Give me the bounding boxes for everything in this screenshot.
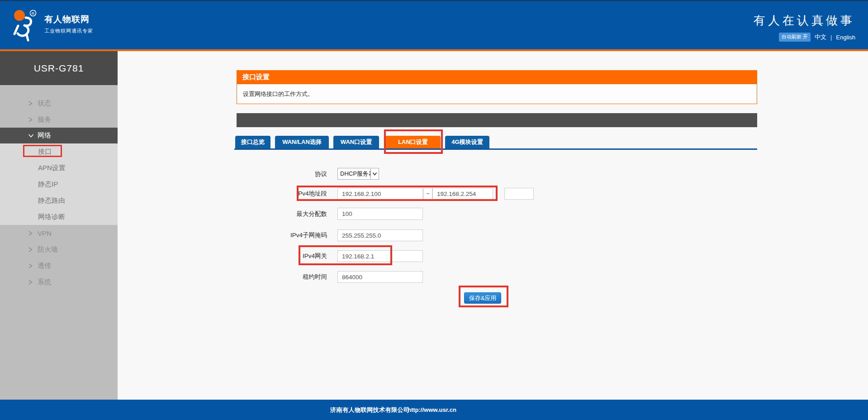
sidebar-item-vpn[interactable]: VPN <box>0 225 118 241</box>
tab-wan-lan-select[interactable]: WAN/LAN选择 <box>275 136 329 148</box>
max-leases-input[interactable] <box>337 208 423 220</box>
save-apply-button[interactable]: 保存&应用 <box>464 292 501 304</box>
sidebar-subitem-apn[interactable]: APN设置 <box>0 160 118 176</box>
protocol-label: 协议 <box>253 168 327 180</box>
sidebar-item-label: 防火墙 <box>38 245 58 254</box>
sidebar-subitem-diagnostics[interactable]: 网络诊断 <box>0 209 118 225</box>
protocol-select[interactable]: DHCP服务器 <box>337 168 379 180</box>
sidebar-item-label: 系统 <box>38 278 51 286</box>
sidebar-item-system[interactable]: 系统 <box>0 274 118 290</box>
sidebar: USR-G781 状态 服务 网络 接口 APN设置 静态IP 静态路由 网络诊… <box>0 51 118 400</box>
panel-description-box: 设置网络接口的工作方式。 <box>237 84 757 104</box>
chevron-right-icon <box>28 117 38 123</box>
sidebar-item-status[interactable]: 状态 <box>0 95 118 111</box>
lang-chinese-link[interactable]: 中文 <box>815 33 826 41</box>
brand-name: 有人物联网 <box>44 14 90 25</box>
ipv4-range-label: IPv4地址段 <box>253 188 327 200</box>
sidebar-item-services[interactable]: 服务 <box>0 111 118 128</box>
sidebar-item-firewall[interactable]: 防火墙 <box>0 241 118 258</box>
header-utility-row: 自动刷新 开 中文 | English <box>779 33 855 41</box>
header-banner: R 有人物联网 工业物联网通讯专家 有人在认真做事 自动刷新 开 中文 | En… <box>0 1 868 49</box>
chevron-down-icon <box>28 133 38 138</box>
svg-text:R: R <box>32 11 35 16</box>
sidebar-menu: 状态 服务 网络 接口 APN设置 静态IP 静态路由 网络诊断 VPN <box>0 85 118 290</box>
sidebar-item-network[interactable]: 网络 <box>0 128 118 143</box>
footer-company-name: 济南有人物联网技术有限公司 <box>330 400 410 420</box>
chevron-right-icon <box>28 100 38 106</box>
usr-logo-icon: R <box>12 8 38 45</box>
ipv4-range-start-input[interactable] <box>337 188 423 200</box>
sidebar-item-label: 状态 <box>38 99 51 108</box>
sidebar-subitem-interface[interactable]: 接口 <box>0 143 118 160</box>
sidebar-subitem-static-ip[interactable]: 静态IP <box>0 176 118 192</box>
sidebar-item-label: 网络 <box>38 131 51 140</box>
chevron-right-icon <box>28 279 38 285</box>
page-title: 接口设置 <box>242 73 270 81</box>
gateway-label: IPv4网关 <box>253 250 327 262</box>
tab-bar: 接口总览 WAN/LAN选择 WAN口设置 LAN口设置 4G模块设置 <box>234 136 757 150</box>
sidebar-item-label: 服务 <box>38 115 51 124</box>
tab-lan-settings[interactable]: LAN口设置 <box>385 136 441 148</box>
ipv4-range-end-input[interactable] <box>432 188 493 200</box>
tab-4g-module-settings[interactable]: 4G模块设置 <box>445 136 489 148</box>
tab-interface-overview[interactable]: 接口总览 <box>235 136 270 148</box>
section-divider-bar <box>237 113 757 127</box>
lease-time-input[interactable] <box>337 271 423 283</box>
panel-title-bar: 接口设置 <box>237 70 757 84</box>
ipv4-range-extra-input[interactable] <box>504 188 534 200</box>
network-submenu: 接口 APN设置 静态IP 静态路由 网络诊断 <box>0 143 118 225</box>
tab-wan-settings[interactable]: WAN口设置 <box>333 136 379 148</box>
sidebar-item-label: VPN <box>38 229 52 237</box>
protocol-select-value: DHCP服务器 <box>340 168 375 179</box>
header-slogan: 有人在认真做事 <box>754 13 855 29</box>
gateway-input[interactable] <box>337 250 423 262</box>
auto-refresh-toggle[interactable]: 自动刷新 开 <box>779 33 811 42</box>
brand-subtitle: 工业物联网通讯专家 <box>44 28 93 34</box>
netmask-label: IPv4子网掩码 <box>253 229 327 241</box>
chevron-right-icon <box>28 230 38 236</box>
sidebar-subitem-static-route[interactable]: 静态路由 <box>0 192 118 209</box>
chevron-down-icon[interactable] <box>370 169 378 179</box>
footer-website-link[interactable]: http://www.usr.cn <box>408 400 456 420</box>
sidebar-item-label: 透传 <box>38 262 51 270</box>
ipv4-range-separator: ~ <box>423 188 432 200</box>
lang-english-link[interactable]: English <box>836 34 855 41</box>
panel-description: 设置网络接口的工作方式。 <box>243 91 313 97</box>
lang-separator: | <box>830 34 832 41</box>
netmask-input[interactable] <box>337 229 423 241</box>
device-model-title: USR-G781 <box>0 51 118 85</box>
chevron-right-icon <box>28 263 38 269</box>
chevron-right-icon <box>28 247 38 253</box>
sidebar-item-passthrough[interactable]: 透传 <box>0 258 118 274</box>
lease-time-label: 租约时间 <box>253 271 327 283</box>
header-accent-line <box>0 49 868 51</box>
max-leases-label: 最大分配数 <box>253 208 327 220</box>
